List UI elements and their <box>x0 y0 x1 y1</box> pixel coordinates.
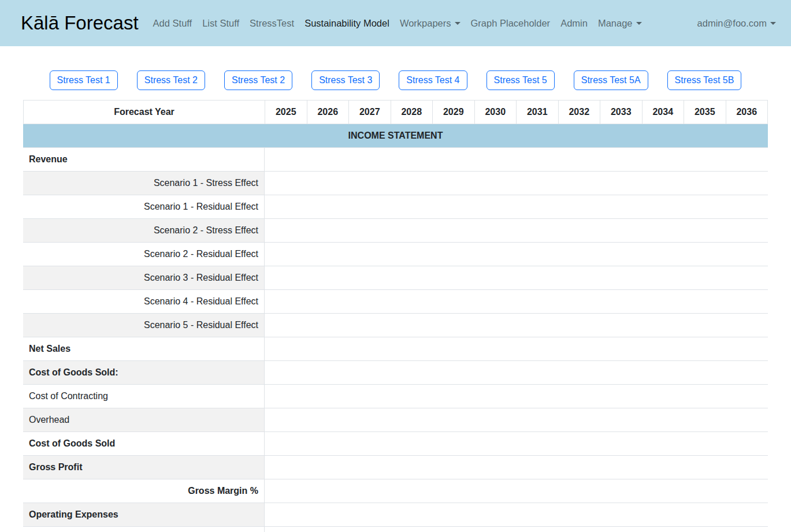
table-row: Scenario 2 - Stress Effect <box>23 219 768 243</box>
stress-test-button-3[interactable]: Stress Test 2 <box>224 70 292 90</box>
nav-item-list-stuff[interactable]: List Stuff <box>197 13 244 34</box>
table-row: Scenario 1 - Residual Effect <box>23 195 768 219</box>
year-header: 2034 <box>643 101 685 124</box>
row-label: Overhead <box>23 408 265 431</box>
row-data <box>265 266 768 289</box>
table-row: Gross Margin % <box>23 479 768 503</box>
forecast-year-header: Forecast Year <box>24 101 265 124</box>
nav-item-add-stuff[interactable]: Add Stuff <box>148 13 198 34</box>
row-data <box>265 337 768 360</box>
table-row: Cost of Goods Sold: <box>23 361 768 385</box>
row-label: Scenario 1 - Residual Effect <box>23 195 265 218</box>
row-label: Scenario 3 - Residual Effect <box>23 266 265 289</box>
table-row: Operating Expenses <box>23 503 768 527</box>
year-header: 2030 <box>475 101 517 124</box>
row-label: Scenario 1 - Stress Effect <box>23 172 265 195</box>
year-header: 2032 <box>559 101 601 124</box>
table-body: RevenueScenario 1 - Stress EffectScenari… <box>23 148 768 532</box>
stress-test-button-5[interactable]: Stress Test 4 <box>399 70 467 90</box>
row-label: Gross Profit <box>23 456 265 479</box>
row-data <box>265 479 768 503</box>
row-label: Operating Expenses <box>23 503 265 526</box>
year-header: 2033 <box>600 101 643 124</box>
user-email: admin@foo.com <box>697 18 767 29</box>
row-label <box>23 527 265 532</box>
row-data <box>265 172 768 195</box>
table-row: Scenario 4 - Residual Effect <box>23 290 768 314</box>
navbar: Kālā Forecast Add StuffList StuffStressT… <box>0 0 791 46</box>
row-data <box>265 219 768 242</box>
row-label: Revenue <box>23 148 265 171</box>
row-data <box>265 361 768 384</box>
row-label: Gross Margin % <box>23 479 265 503</box>
row-data <box>265 408 768 431</box>
year-header: 2031 <box>517 101 559 124</box>
table-row: Overhead <box>23 408 768 432</box>
stress-test-button-1[interactable]: Stress Test 1 <box>50 70 118 90</box>
stress-test-button-4[interactable]: Stress Test 3 <box>311 70 380 90</box>
table-row: Gross Profit <box>23 456 768 479</box>
table-row: Scenario 3 - Residual Effect <box>23 266 768 290</box>
row-data <box>265 148 768 171</box>
nav-item-stresstest[interactable]: StressTest <box>244 13 299 34</box>
stress-test-button-8[interactable]: Stress Test 5B <box>667 70 742 90</box>
table-row: Cost of Goods Sold <box>23 432 768 456</box>
nav-item-manage[interactable]: Manage <box>593 13 647 34</box>
table-row: Revenue <box>23 148 768 172</box>
row-data <box>265 385 768 408</box>
row-label: Cost of Contracting <box>23 385 265 408</box>
row-data <box>265 456 768 479</box>
chevron-down-icon <box>636 22 642 25</box>
row-data <box>265 527 768 532</box>
table-row: Scenario 2 - Residual Effect <box>23 243 768 266</box>
stress-test-buttons: Stress Test 1Stress Test 2Stress Test 2S… <box>0 70 791 90</box>
forecast-table: Forecast Year 20252026202720282029203020… <box>23 100 768 532</box>
table-row: Scenario 5 - Residual Effect <box>23 314 768 337</box>
row-label: Scenario 2 - Residual Effect <box>23 243 265 266</box>
income-statement-header: INCOME STATEMENT <box>23 124 768 148</box>
year-header: 2026 <box>307 101 350 124</box>
row-data <box>265 195 768 218</box>
row-data <box>265 243 768 266</box>
row-label: Cost of Goods Sold: <box>23 361 265 384</box>
nav-links: Add StuffList StuffStressTestSustainabil… <box>148 13 647 34</box>
row-data <box>265 290 768 313</box>
table-header-row: Forecast Year 20252026202720282029203020… <box>23 101 768 124</box>
year-header: 2028 <box>391 101 433 124</box>
page: Kālā Forecast Add StuffList StuffStressT… <box>0 0 791 532</box>
stress-test-button-6[interactable]: Stress Test 5 <box>487 70 555 90</box>
row-data <box>265 503 768 526</box>
stress-test-button-7[interactable]: Stress Test 5A <box>574 70 648 90</box>
year-header: 2027 <box>349 101 391 124</box>
chevron-down-icon <box>455 22 461 25</box>
year-header: 2036 <box>726 101 768 124</box>
row-label: Cost of Goods Sold <box>23 432 265 455</box>
user-menu[interactable]: admin@foo.com <box>697 18 776 29</box>
row-data <box>265 432 768 455</box>
brand-link[interactable]: Kālā Forecast <box>21 12 139 34</box>
table-row <box>23 527 768 532</box>
nav-item-workpapers[interactable]: Workpapers <box>395 13 466 34</box>
table-row: Scenario 1 - Stress Effect <box>23 172 768 195</box>
stress-test-button-2[interactable]: Stress Test 2 <box>137 70 205 90</box>
table-row: Cost of Contracting <box>23 385 768 408</box>
row-data <box>265 314 768 337</box>
nav-item-sustainability-model[interactable]: Sustainability Model <box>299 13 395 34</box>
row-label: Net Sales <box>23 337 265 360</box>
year-header: 2035 <box>684 101 726 124</box>
year-header: 2029 <box>433 101 475 124</box>
row-label: Scenario 5 - Residual Effect <box>23 314 265 337</box>
row-label: Scenario 2 - Stress Effect <box>23 219 265 242</box>
year-header: 2025 <box>265 101 307 124</box>
nav-item-graph-placeholder[interactable]: Graph Placeholder <box>466 13 556 34</box>
table-row: Net Sales <box>23 337 768 361</box>
row-label: Scenario 4 - Residual Effect <box>23 290 265 313</box>
nav-item-admin[interactable]: Admin <box>555 13 593 34</box>
chevron-down-icon <box>770 22 776 25</box>
